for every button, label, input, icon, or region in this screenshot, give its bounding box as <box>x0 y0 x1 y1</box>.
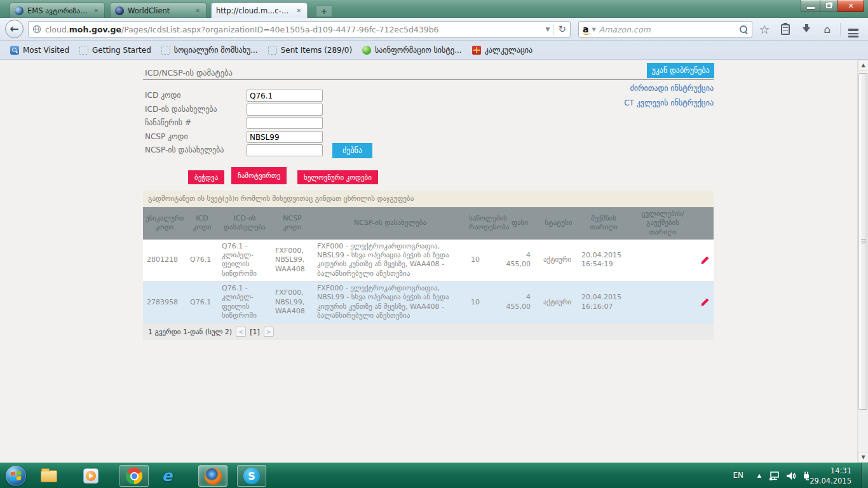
ct-instruction-link[interactable]: CT კვლევის ინსტრუქცია <box>483 96 714 111</box>
taskbar-firefox-button[interactable] <box>198 465 227 487</box>
menu-hamburger-icon[interactable] <box>845 22 862 37</box>
tab-title: http://cloud.m...c-712ec5d439b6 <box>216 6 291 15</box>
scrollbar-thumb[interactable] <box>858 73 867 410</box>
show-desktop-button[interactable] <box>861 463 868 488</box>
start-button[interactable] <box>6 466 26 486</box>
restore-button[interactable] <box>820 0 837 12</box>
close-button[interactable]: ✕ <box>837 0 864 12</box>
network-icon[interactable] <box>769 470 780 482</box>
reading-list-icon[interactable] <box>777 22 794 37</box>
minimize-button[interactable] <box>801 0 820 12</box>
header-beds[interactable]: საწოლების რაოდენობა <box>467 207 500 240</box>
header-unique-code[interactable]: უნიკალური კოდი <box>143 207 186 240</box>
taskbar-mediaplayer-button[interactable] <box>76 465 105 487</box>
toolbar-separator <box>840 23 841 36</box>
cell-changed <box>630 281 696 323</box>
header-status[interactable]: სტატუსი <box>539 207 578 240</box>
engine-dropdown-icon[interactable]: ▼ <box>592 27 595 32</box>
page-title: ICD/NCSP-ის დამატება <box>145 68 233 78</box>
ncsp-code-label: NCSP კოდი <box>145 132 188 141</box>
return-back-button[interactable]: უკან დაბრუნება <box>647 63 714 78</box>
tab-close-icon[interactable]: ✕ <box>92 8 100 14</box>
downloads-icon[interactable] <box>798 22 815 37</box>
header-changed[interactable]: ცვლილების/გაუქმების თარიღი <box>630 207 696 240</box>
record-number-input[interactable] <box>247 117 323 129</box>
icd-name-input[interactable] <box>247 104 323 116</box>
print-button[interactable]: ბეჭდვა <box>188 170 224 184</box>
tab-title: WorldClient <box>128 6 190 15</box>
info-system-icon <box>362 46 371 55</box>
bookmark-placeholder-icon <box>79 46 88 55</box>
search-icon[interactable] <box>740 25 748 34</box>
bookmark-info-system[interactable]: საინფორმაციო სისტე... <box>357 43 467 57</box>
windows-logo-icon <box>11 471 21 481</box>
bookmark-star-icon[interactable]: ☆ <box>756 22 773 37</box>
instruction-links: ძირითადი ინსტრუქცია CT კვლევის ინსტრუქცი… <box>483 81 714 111</box>
prev-page-button[interactable]: < <box>236 327 246 337</box>
amazon-engine-icon[interactable]: a <box>583 25 588 34</box>
bookmark-sent-items[interactable]: Sent Items (289/0) <box>263 43 357 57</box>
header-icd-code[interactable]: ICD კოდი <box>186 207 218 240</box>
header-icd-name[interactable]: ICD-ის დასახელება <box>218 207 271 240</box>
tab-close-icon[interactable]: ✕ <box>194 8 201 14</box>
edit-pencil-icon[interactable] <box>700 297 710 307</box>
media-player-icon <box>83 468 98 484</box>
table-row: 2801218 Q76.1 Q76.1 - კლიპელ-ფეილის სინდ… <box>143 240 714 281</box>
home-icon[interactable]: ⌂ <box>819 22 836 37</box>
header-created[interactable]: შექმნის თარიღი <box>578 207 630 240</box>
download-button[interactable]: ჩამოტვირთე <box>231 167 287 184</box>
new-tab-button[interactable]: + <box>316 5 332 17</box>
taskbar-ie-button[interactable]: e <box>153 465 182 487</box>
url-dropdown-icon[interactable]: ▼ <box>546 26 550 32</box>
taskbar-explorer-button[interactable] <box>34 465 64 487</box>
bookmark-calculation[interactable]: კალკულაცია <box>467 43 538 57</box>
cell-status: აქტიური <box>539 281 578 323</box>
grid-header-row: უნიკალური კოდი ICD კოდი ICD-ის დასახელებ… <box>143 207 714 240</box>
url-bar[interactable]: cloud.moh.gov.ge/Pages/IcdsList.aspx?org… <box>28 21 571 37</box>
tray-clock[interactable]: 14:31 29.04.2015 <box>801 466 851 486</box>
tray-expand-icon[interactable]: ▲ <box>757 473 761 478</box>
scroll-up-icon[interactable]: ▲ <box>858 60 868 71</box>
window-titlebar: EMS ავტორიზაცია ✕ WorldClient ✕ http://c… <box>0 0 868 18</box>
chrome-icon <box>126 468 142 484</box>
search-box[interactable]: a ▼ Amazon.com <box>578 21 752 37</box>
tab-ems[interactable]: EMS ავტორიზაცია ✕ <box>10 3 105 18</box>
reload-icon[interactable]: ↻ <box>558 24 566 35</box>
internet-explorer-icon: e <box>162 468 172 484</box>
vertical-scrollbar[interactable]: ▲ ▼ <box>857 60 868 463</box>
taskbar-chrome-button[interactable] <box>119 465 149 487</box>
search-submit-button[interactable]: ძებნა <box>332 143 372 158</box>
current-page[interactable]: [1] <box>250 328 260 336</box>
main-instruction-link[interactable]: ძირითადი ინსტრუქცია <box>483 81 714 96</box>
header-ncsp-name[interactable]: NCSP-ის დასახელება <box>313 207 467 240</box>
worldclient-favicon-icon <box>115 6 124 15</box>
next-page-button[interactable]: > <box>264 327 274 337</box>
taskbar-skype-button[interactable]: S <box>237 465 266 487</box>
cell-unique-code: 2801218 <box>143 240 186 281</box>
ncsp-name-label: NCSP-ის დასახელება <box>145 146 224 154</box>
scroll-down-icon[interactable]: ▼ <box>858 452 868 463</box>
back-button[interactable]: ← <box>5 20 24 38</box>
language-indicator[interactable]: EN <box>733 471 743 480</box>
restore-icon <box>826 3 832 8</box>
icd-code-input[interactable] <box>247 90 323 102</box>
bookmark-most-visited[interactable]: Most Visited <box>5 43 74 57</box>
header-ncsp-code[interactable]: NCSP კოდი <box>271 207 313 240</box>
ncsp-code-input[interactable] <box>247 131 323 143</box>
firefox-icon <box>205 468 222 485</box>
cell-icd-code: Q76.1 <box>186 281 218 323</box>
cell-ncsp-code: FXF000, NBSL99, WAA408 <box>271 240 313 281</box>
cell-created: 20.04.2015 16:54:19 <box>578 240 630 281</box>
bookmark-getting-started[interactable]: Getting Started <box>74 43 156 57</box>
ems-favicon-icon <box>15 6 24 15</box>
volume-icon[interactable] <box>785 470 797 482</box>
artificial-codes-button[interactable]: ხელოვნური კოდები <box>297 170 378 184</box>
ncsp-name-input[interactable] <box>247 144 323 156</box>
browser-toolbar: ← cloud.moh.gov.ge/Pages/IcdsList.aspx?o… <box>0 18 868 41</box>
edit-pencil-icon[interactable] <box>700 255 710 265</box>
tab-cloud-moh-active[interactable]: http://cloud.m...c-712ec5d439b6 ✕ <box>211 3 308 18</box>
cell-price: 4 455,00 <box>500 281 539 323</box>
bookmark-social-service[interactable]: სოციალური მომსახუ... <box>156 43 263 57</box>
tab-worldclient[interactable]: WorldClient ✕ <box>110 3 207 18</box>
tab-close-icon[interactable]: ✕ <box>295 8 302 14</box>
